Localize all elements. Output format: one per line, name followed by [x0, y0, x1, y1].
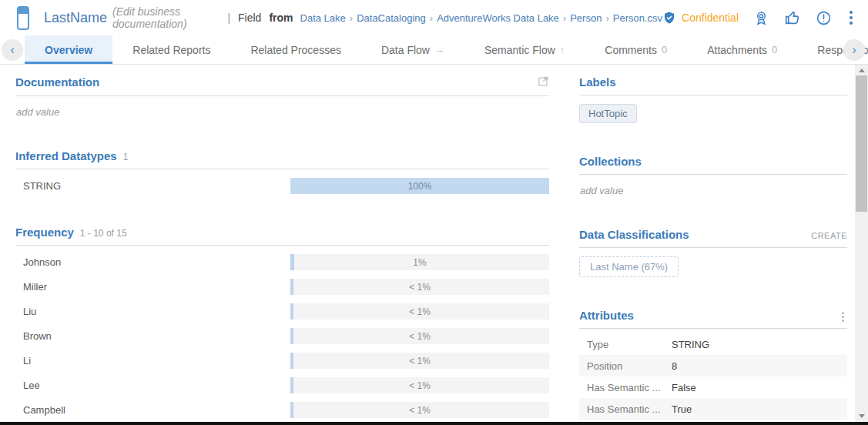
shield-check-icon	[662, 11, 676, 25]
breadcrumb-item[interactable]: Data Lake	[300, 12, 346, 24]
classification-badge[interactable]: Confidential	[662, 11, 739, 25]
kebab-menu-icon[interactable]	[846, 9, 856, 26]
frequency-row: Lee < 1%	[15, 377, 549, 393]
frequency-value: < 1%	[409, 380, 431, 391]
tab-related-reports[interactable]: Related Reports	[112, 35, 230, 64]
tabs-scroll-right-button[interactable]: ›	[843, 39, 865, 61]
frequency-bar-fill	[290, 402, 293, 418]
main-content: Documentation add value Inferred Datatyp…	[15, 65, 549, 425]
field-column-icon	[17, 6, 29, 30]
collections-section-header: Collections	[579, 144, 847, 175]
frequency-bar-fill	[290, 303, 293, 320]
attributes-title: Attributes	[579, 309, 634, 322]
scrollbar-thumb[interactable]	[856, 75, 867, 212]
frequency-bar: < 1%	[290, 279, 549, 295]
frequency-bar: 1%	[290, 254, 549, 270]
collections-add-value[interactable]: add value	[579, 175, 847, 196]
datatype-row: STRING 100%	[15, 178, 549, 194]
breadcrumb-separator: ›	[563, 12, 566, 24]
scrollbar-down-button[interactable]	[855, 410, 868, 422]
frequency-label: Lee	[15, 380, 290, 391]
page-title: LastName	[44, 10, 107, 26]
sidebar: Labels HotTopic Collections add value Da…	[579, 65, 847, 425]
datatype-value: 100%	[408, 181, 432, 192]
vertical-scrollbar[interactable]	[855, 65, 868, 422]
frequency-bar-fill	[290, 328, 293, 344]
create-button[interactable]: CREATE	[811, 231, 847, 240]
edit-documentation-link[interactable]: (Edit business documentation)	[112, 5, 220, 30]
label-chip[interactable]: HotTopic	[579, 104, 637, 123]
attribute-value: False	[672, 382, 696, 393]
thumbs-up-icon[interactable]	[784, 9, 801, 26]
frequency-bar: < 1%	[290, 377, 549, 393]
frequency-value: < 1%	[409, 331, 431, 342]
frequency-bar-fill	[290, 377, 293, 393]
frequency-bar: < 1%	[290, 303, 549, 320]
arrow-right-icon: →	[434, 44, 444, 55]
page-header: LastName (Edit business documentation) |…	[0, 0, 868, 35]
breadcrumb-separator: ›	[350, 12, 353, 24]
attribute-row: Has Semantic ... False	[579, 376, 847, 398]
attribute-row: Position 8	[579, 355, 847, 376]
breadcrumb-item[interactable]: DataCataloging	[357, 12, 426, 24]
breadcrumb-item[interactable]: Person.csv	[613, 12, 662, 24]
attribute-label: Has Semantic ...	[579, 382, 672, 393]
labels-chips: HotTopic	[579, 95, 847, 123]
triangle-down-icon	[859, 414, 865, 418]
documentation-add-value[interactable]: add value	[15, 96, 549, 118]
field-column-icon-cap	[18, 8, 28, 14]
comments-count: 0	[662, 44, 667, 55]
labels-title: Labels	[579, 75, 616, 89]
frequency-label: Miller	[15, 281, 290, 293]
tabs: Overview Related Reports Related Process…	[25, 35, 868, 64]
breadcrumb-separator: ›	[430, 12, 433, 24]
frequency-row: Johnson 1%	[15, 254, 549, 270]
frequency-label: Brown	[15, 330, 290, 342]
breadcrumb-item[interactable]: Person	[570, 12, 602, 24]
app-window: LastName (Edit business documentation) |…	[0, 0, 868, 425]
attribute-row: Has Semantic ... True	[579, 398, 847, 420]
tab-attachments[interactable]: Attachments0	[687, 35, 797, 64]
tab-semantic-flow[interactable]: Semantic Flow↑	[464, 35, 585, 64]
attribute-label: Type	[579, 339, 672, 350]
breadcrumb-item[interactable]: AdventureWorks Data Lake	[437, 12, 559, 24]
frequency-bar-fill	[290, 279, 293, 295]
frequency-bar-fill	[290, 254, 294, 270]
frequency-value: 1%	[413, 257, 426, 268]
inferred-datatypes-title: Inferred Datatypes	[15, 149, 117, 162]
breadcrumb: Data Lake›DataCataloging›AdventureWorks …	[300, 12, 663, 24]
frequency-value: < 1%	[409, 282, 431, 293]
datatype-label: STRING	[15, 180, 290, 192]
attribute-label: Has Semantic ...	[579, 403, 672, 415]
attribute-row: Type STRING	[579, 333, 847, 355]
header-divider: |	[227, 12, 230, 24]
attributes-kebab-menu-icon[interactable]	[842, 312, 844, 322]
frequency-label: Campbell	[15, 404, 290, 416]
attribute-value: 8	[672, 360, 677, 372]
frequency-bar-fill	[290, 353, 293, 369]
frequency-value: < 1%	[409, 356, 431, 366]
attribute-value: STRING	[672, 339, 709, 350]
data-classifications-section-header: Data Classifications CREATE	[579, 217, 847, 248]
tab-data-flow[interactable]: Data Flow→	[361, 35, 464, 64]
data-classification-chip[interactable]: Last Name (67%)	[579, 256, 679, 277]
documentation-section-header: Documentation	[15, 65, 549, 96]
frequency-row: Brown < 1%	[15, 328, 549, 344]
tab-overview[interactable]: Overview	[25, 35, 112, 64]
attachments-count: 0	[772, 44, 777, 55]
award-ribbon-icon[interactable]	[753, 10, 769, 26]
tab-comments[interactable]: Comments0	[585, 35, 687, 64]
exclamation-circle-icon[interactable]	[816, 10, 832, 26]
frequency-bar: < 1%	[290, 353, 549, 369]
expand-icon[interactable]	[538, 75, 549, 89]
scrollbar-up-button[interactable]	[855, 65, 868, 76]
tab-related-processes[interactable]: Related Processes	[230, 35, 361, 64]
header-actions: Confidential	[662, 9, 856, 26]
inferred-datatypes-count: 1	[123, 152, 129, 162]
triangle-up-icon	[859, 69, 865, 72]
tabs-scroll-left-button[interactable]: ‹	[2, 39, 23, 61]
attribute-label: Position	[579, 360, 672, 372]
frequency-row: Miller < 1%	[15, 279, 549, 295]
frequency-row: Li < 1%	[15, 353, 549, 369]
entity-type-label: Field	[238, 12, 261, 24]
